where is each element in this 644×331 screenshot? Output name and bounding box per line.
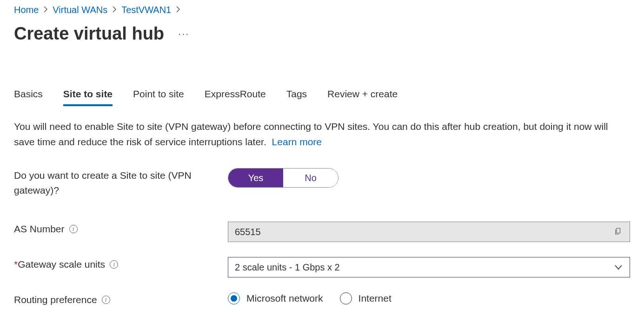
radio-icon [228,292,240,304]
page-title-text: Create virtual hub [14,24,164,44]
learn-more-link[interactable]: Learn more [272,136,322,147]
info-icon[interactable]: i [69,225,78,233]
field-as-number: AS Number i 65515 [14,222,630,242]
create-gateway-label: Do you want to create a Site to site (VP… [14,168,228,197]
routing-preference-radio-group: Microsoft network Internet [228,292,630,304]
field-scale-units: *Gateway scale units i 2 scale units - 1… [14,257,630,277]
tabs: Basics Site to site Point to site Expres… [14,86,630,106]
chevron-right-icon [112,6,117,14]
create-gateway-toggle[interactable]: Yes No [228,168,339,188]
as-number-input: 65515 [228,222,630,242]
tab-description: You will need to enable Site to site (VP… [14,119,614,149]
chevron-right-icon [176,6,180,14]
breadcrumb-testvwan1[interactable]: TestVWAN1 [121,5,171,15]
more-actions-button[interactable]: ··· [178,28,189,40]
as-number-label: AS Number i [14,222,228,236]
tab-expressroute[interactable]: ExpressRoute [205,86,266,106]
info-icon[interactable]: i [102,296,110,304]
scale-units-label: *Gateway scale units i [14,257,228,272]
scale-units-value: 2 scale units - 1 Gbps x 2 [235,262,340,273]
as-number-value: 65515 [235,227,261,237]
radio-label: Microsoft network [246,293,323,304]
toggle-yes[interactable]: Yes [228,169,283,187]
field-create-gateway: Do you want to create a Site to site (VP… [14,168,630,197]
toggle-no[interactable]: No [283,169,338,187]
tab-tags[interactable]: Tags [286,86,307,106]
chevron-right-icon [43,6,48,14]
radio-internet[interactable]: Internet [340,292,392,304]
tab-review-create[interactable]: Review + create [327,86,398,106]
chevron-down-icon [614,263,623,272]
tab-site-to-site[interactable]: Site to site [63,86,113,106]
tab-basics[interactable]: Basics [14,86,43,106]
info-icon[interactable]: i [110,260,118,269]
radio-microsoft-network[interactable]: Microsoft network [228,292,323,304]
breadcrumb-home[interactable]: Home [14,5,39,15]
scale-units-select[interactable]: 2 scale units - 1 Gbps x 2 [228,257,630,277]
copy-icon[interactable] [614,227,623,237]
form: Do you want to create a Site to site (VP… [14,168,630,307]
radio-label: Internet [359,293,392,304]
breadcrumb-virtual-wans[interactable]: Virtual WANs [53,5,107,15]
breadcrumb: Home Virtual WANs TestVWAN1 [14,5,630,15]
page-title: Create virtual hub ··· [14,24,630,44]
field-routing-preference: Routing preference i Microsoft network I… [14,292,630,307]
tab-point-to-site[interactable]: Point to site [133,86,184,106]
radio-icon [340,292,352,304]
routing-preference-label: Routing preference i [14,292,228,307]
